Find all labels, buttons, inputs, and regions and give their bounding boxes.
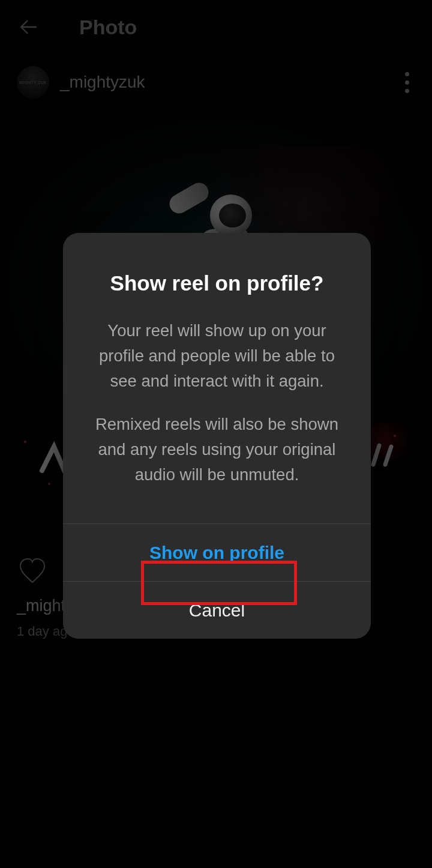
cancel-button[interactable]: Cancel xyxy=(63,581,371,639)
dialog-body-text: Your reel will show up on your profile a… xyxy=(88,318,346,487)
dialog-title: Show reel on profile? xyxy=(88,271,346,295)
confirm-dialog: Show reel on profile? Your reel will sho… xyxy=(63,233,371,639)
show-on-profile-button[interactable]: Show on profile xyxy=(63,523,371,581)
